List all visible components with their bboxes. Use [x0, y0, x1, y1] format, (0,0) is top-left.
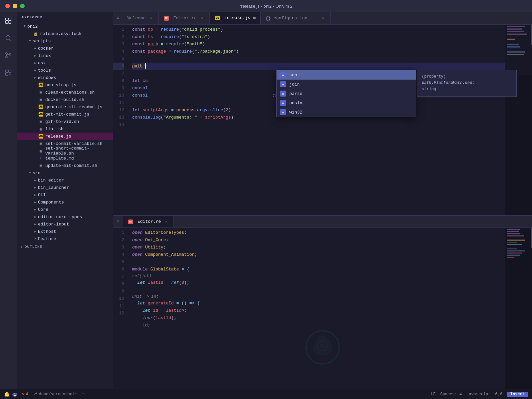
minimap-top[interactable] [505, 25, 532, 215]
tab-release-js[interactable]: JS release.js [210, 12, 261, 24]
sidebar-item-components[interactable]: ▶ Components [17, 199, 113, 206]
ac-item-join[interactable]: ◈ join [277, 80, 416, 89]
bottom-tab-editor-re[interactable]: RE Editor.re ✕ [123, 216, 174, 227]
sidebar-item-docker[interactable]: ▶ docker [17, 45, 113, 52]
sidebar-item-release-esy-lock[interactable]: 🔒 release.esy.lock [17, 30, 113, 37]
svg-rect-32 [507, 244, 522, 245]
sidebar-item-lint[interactable]: ▣ lint.sh [17, 125, 113, 133]
sidebar-item-generate-mit-readme[interactable]: JS generate-mit-readme.js [17, 103, 113, 111]
sidebar-item-editor-core-types[interactable]: ▶ editor-core-types [17, 213, 113, 220]
sidebar-item-linux[interactable]: ▶ linux [17, 52, 113, 59]
sh-file-icon: ▣ [38, 148, 44, 154]
git-branch-icon: ⎇ [33, 392, 37, 397]
chevron-right-icon: ▶ [33, 68, 38, 73]
tab-editor-re[interactable]: RE Editor.re ✕ [159, 12, 210, 24]
sidebar-item-set-short-commit-variable[interactable]: ▣ set-short-commit-variable.sh [17, 147, 113, 155]
code-content-bottom[interactable]: open EditorCoreTypes; open Oni_Core; ope… [128, 228, 505, 389]
status-errors[interactable]: ✕ 4 [22, 392, 28, 397]
sidebar-item-feature[interactable]: ▼ Feature [17, 235, 113, 242]
sidebar-item-bin-editor[interactable]: ▶ bin_editor [17, 177, 113, 184]
activity-git[interactable] [3, 50, 14, 61]
sidebar-item-outline[interactable]: ▶ Outline [17, 242, 113, 251]
svg-rect-28 [507, 233, 520, 234]
js-file-icon: JS [38, 82, 44, 88]
svg-rect-26 [507, 229, 520, 230]
sidebar-item-osx[interactable]: ▶ osx [17, 59, 113, 67]
ac-item-sep[interactable]: ◈ sep [277, 70, 416, 80]
sidebar-item-docker-build[interactable]: ▣ docker-build.sh [17, 96, 113, 103]
svg-rect-3 [9, 21, 11, 23]
svg-rect-2 [6, 21, 8, 23]
status-spaces[interactable]: Spaces: 4 [440, 392, 462, 397]
sidebar-item-update-mit-commit[interactable]: ▣ update-mit-commit.sh [17, 162, 113, 169]
status-language[interactable]: javascript [466, 392, 490, 397]
status-branch[interactable]: ⎇ demo/screenshot* [33, 392, 77, 397]
bottom-tab-bar: ≡ RE Editor.re ✕ [113, 216, 532, 228]
sidebar-item-core[interactable]: ▶ Core [17, 206, 113, 213]
ac-item-win32[interactable]: ◈ win32 [277, 108, 416, 117]
sidebar-item-src[interactable]: ▼ src [17, 169, 113, 177]
activity-extensions[interactable] [3, 67, 14, 78]
sidebar-item-exthost[interactable]: ▶ Exthost [17, 228, 113, 235]
chevron-down-icon: ▼ [27, 38, 33, 44]
close-button[interactable] [5, 4, 10, 8]
sidebar-item-editor-input[interactable]: ▶ editor-input [17, 220, 113, 228]
svg-line-5 [10, 39, 11, 41]
sidebar-item-cli[interactable]: ▶ CLI [17, 191, 113, 199]
sidebar-item-bootstrap-js[interactable]: JS bootstrap.js [17, 81, 113, 89]
chevron-right-icon: ▶ [33, 46, 38, 51]
activity-explorer[interactable] [3, 15, 14, 26]
ac-icon-sep: ◈ [280, 72, 286, 78]
chevron-right-icon: ▶ [33, 200, 38, 205]
top-editor-pane: 1 2 3 4 5 6 7 8 9 10 11 12 13 14 const c… [113, 25, 532, 216]
svg-rect-11 [6, 70, 8, 72]
ac-item-posix[interactable]: ◈ posix [277, 98, 416, 108]
sidebar-item-gif-to-vid[interactable]: ▣ gif-to-vid.sh [17, 118, 113, 125]
sidebar-item-release-js[interactable]: JS release.js [17, 133, 113, 140]
ac-icon-posix: ◈ [280, 100, 286, 106]
line-numbers-bottom: 1 2 3 4 5 6 7 8 9 10 11 12 [113, 228, 128, 389]
autocomplete-dropdown: ◈ sep ◈ join ◈ parse ◈ posix [276, 70, 416, 117]
svg-rect-13 [6, 73, 8, 75]
sidebar-item-bin-launcher[interactable]: ▶ bin_launcher [17, 184, 113, 191]
chevron-right-icon: ▶ [33, 60, 38, 66]
svg-rect-29 [507, 235, 524, 236]
minimap-scrollbar[interactable] [531, 25, 532, 45]
sh-file-icon: ▣ [38, 163, 44, 169]
status-right: LF Spaces: 4 javascript 6,6 Insert [431, 392, 528, 397]
status-left: 🔔 1 ✕ 4 ⎇ demo/screenshot* ↑ [4, 391, 84, 397]
tab-close-welcome[interactable]: ✕ [148, 16, 154, 21]
minimap-bottom[interactable] [505, 228, 532, 389]
tab-welcome[interactable]: Welcome ✕ [123, 12, 159, 24]
tab-close-editor-re[interactable]: ✕ [199, 16, 205, 21]
minimize-button[interactable] [13, 4, 17, 8]
chevron-right-icon: ▶ [33, 229, 38, 234]
chevron-right-icon: ▶ [33, 221, 38, 227]
status-line-ending[interactable]: LF [431, 392, 435, 397]
error-count: 4 [26, 392, 28, 397]
sidebar-item-oni2[interactable]: ▼ oni2 [17, 23, 113, 30]
sidebar-item-template-md[interactable]: ⬇ template.md [17, 155, 113, 162]
bottom-tab-close[interactable]: ✕ [163, 219, 169, 224]
sidebar-item-get-mit-commit[interactable]: JS get-mit-commit.js [17, 111, 113, 118]
tab-label-release-js: release.js [224, 15, 250, 20]
status-upload-icon[interactable]: ↑ [82, 392, 84, 397]
activity-search[interactable] [3, 33, 14, 43]
sidebar-item-windows[interactable]: ▶ windows [17, 74, 113, 81]
activity-bar [0, 12, 17, 389]
status-position[interactable]: 6,6 [495, 392, 502, 397]
ac-item-parse[interactable]: ◈ parse [277, 89, 416, 98]
breadcrumb-toggle[interactable]: ≡ [113, 12, 123, 24]
sidebar-item-tools[interactable]: ▶ tools [17, 67, 113, 74]
bottom-breadcrumb-toggle[interactable]: ≡ [113, 216, 123, 227]
title-bar: *release.js - oni2 - Onivim 2 [0, 0, 532, 12]
tab-configuration[interactable]: {} configuration.... ✕ [261, 12, 331, 24]
maximize-button[interactable] [20, 4, 25, 8]
code-content-top[interactable]: const cp = require("child_process") cons… [128, 25, 505, 215]
minimap-scrollbar-bottom[interactable] [531, 228, 532, 248]
tab-close-configuration[interactable]: ✕ [320, 16, 326, 21]
sidebar-item-clean-extensions[interactable]: ▣ clean-extensions.sh [17, 89, 113, 96]
svg-rect-37 [507, 257, 514, 258]
sidebar-item-scripts[interactable]: ▼ scripts [17, 37, 113, 45]
status-bell-icon[interactable]: 🔔 1 [4, 391, 17, 397]
